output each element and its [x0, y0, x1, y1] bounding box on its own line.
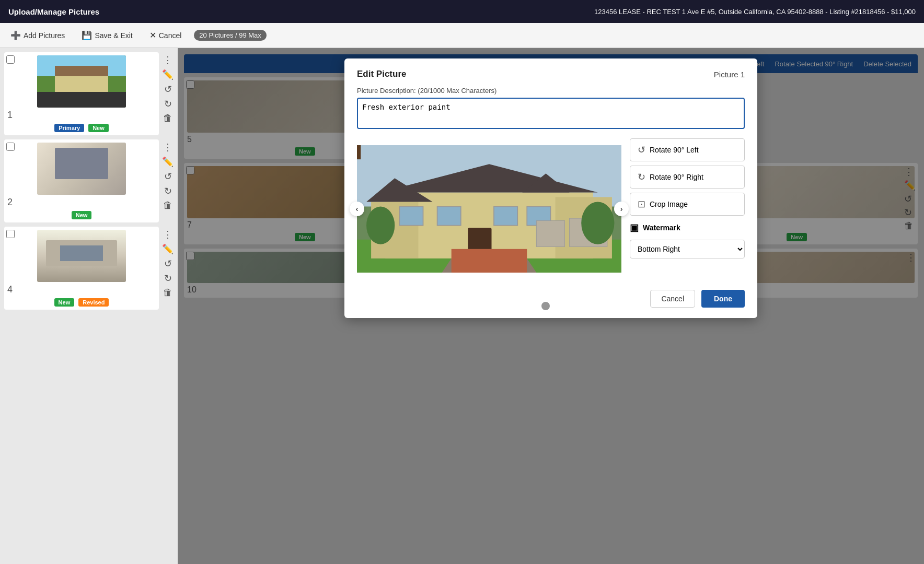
rotate-left-button[interactable]: ↺ Rotate 90° Left	[630, 138, 745, 161]
modal-picture-num: Picture 1	[714, 70, 745, 79]
add-pictures-button[interactable]: ➕ Add Pictures	[6, 28, 69, 42]
grid-row-1: 1 Primary New ⋮ ✏️ ↺ ↻ 🗑	[4, 52, 174, 135]
description-input[interactable]: Fresh exterior paint	[357, 98, 745, 129]
item-num-4: 4	[7, 284, 13, 295]
save-icon: 💾	[82, 30, 92, 40]
rotate-left-icon-4[interactable]: ↺	[164, 258, 172, 269]
watermark-position-select[interactable]: Bottom Right Bottom Left Top Right Top L…	[630, 240, 745, 258]
left-picture-grid: 1 Primary New ⋮ ✏️ ↺ ↻ 🗑	[0, 48, 178, 564]
add-icon: ➕	[10, 30, 21, 40]
svg-rect-17	[452, 249, 527, 273]
modal-done-button[interactable]: Done	[701, 290, 745, 308]
rotate-right-btn-icon: ↻	[638, 171, 645, 183]
page-title: Upload/Manage Pictures	[8, 7, 99, 16]
cancel-icon: ✕	[149, 30, 156, 40]
modal-image-container	[357, 138, 621, 279]
edit-icon-4[interactable]: ✏️	[162, 243, 174, 255]
trash-icon-1[interactable]: 🗑	[163, 113, 172, 124]
dots-icon-4[interactable]: ⋮	[163, 229, 172, 240]
svg-rect-19	[357, 145, 361, 159]
picture-count-badge: 20 Pictures / 99 Max	[194, 30, 267, 41]
watermark-icon: ▣	[630, 222, 639, 233]
item-2-icons: ⋮ ✏️ ↺ ↻ 🗑	[162, 139, 174, 222]
rotate-right-icon-4[interactable]: ↻	[164, 273, 172, 284]
modal-body: ‹	[357, 138, 745, 279]
svg-point-18	[366, 206, 395, 244]
checkbox-1[interactable]	[6, 55, 15, 64]
svg-rect-11	[437, 206, 461, 225]
next-image-button[interactable]: ›	[614, 202, 629, 216]
house-image	[357, 138, 621, 279]
rotate-right-icon-2[interactable]: ↻	[164, 185, 172, 197]
modal-footer: Cancel Done	[357, 290, 745, 308]
modal-backdrop: Edit Picture Picture 1 Picture Descripti…	[178, 48, 924, 564]
crop-icon: ⊡	[638, 198, 645, 210]
modal-header: Edit Picture Picture 1	[357, 69, 745, 79]
desc-label: Picture Description: (20/1000 Max Charac…	[357, 87, 745, 95]
new-badge-1: New	[88, 124, 109, 132]
rotate-right-icon-1[interactable]: ↻	[164, 98, 172, 110]
crop-image-button[interactable]: ⊡ Crop Image	[630, 193, 745, 216]
item-num-1: 1	[7, 110, 13, 121]
primary-badge: Primary	[54, 124, 84, 132]
action-bar: ➕ Add Pictures 💾 Save & Exit ✕ Cancel 20…	[0, 23, 924, 48]
item-4-icons: ⋮ ✏️ ↺ ↻ 🗑	[162, 227, 174, 310]
rotate-right-button[interactable]: ↻ Rotate 90° Right	[630, 166, 745, 189]
grid-row-4: 4 New Revised ⋮ ✏️ ↺ ↻ 🗑	[4, 227, 174, 310]
main-area: 1 Primary New ⋮ ✏️ ↺ ↻ 🗑	[0, 48, 924, 564]
svg-point-20	[581, 202, 614, 244]
new-badge-2: New	[72, 211, 92, 219]
svg-rect-12	[494, 206, 517, 225]
modal-cancel-button[interactable]: Cancel	[650, 290, 695, 308]
trash-icon-2[interactable]: 🗑	[163, 200, 172, 211]
edit-picture-modal: Edit Picture Picture 1 Picture Descripti…	[344, 58, 757, 318]
revised-badge-4: Revised	[78, 298, 109, 307]
trash-icon-4[interactable]: 🗑	[163, 287, 172, 298]
dots-icon-2[interactable]: ⋮	[163, 142, 172, 153]
rotate-left-icon-2[interactable]: ↺	[164, 171, 172, 182]
modal-title: Edit Picture	[357, 69, 406, 79]
edit-icon-2[interactable]: ✏️	[162, 156, 174, 168]
grid-row-2: 2 New ⋮ ✏️ ↺ ↻ 🗑	[4, 139, 174, 222]
new-badge-4: New	[54, 298, 75, 307]
dots-icon-1[interactable]: ⋮	[163, 54, 172, 66]
rotate-left-btn-icon: ↺	[638, 144, 645, 156]
prev-image-button[interactable]: ‹	[350, 202, 364, 216]
item-1-icons: ⋮ ✏️ ↺ ↻ 🗑	[162, 52, 174, 135]
item-num-2: 2	[7, 197, 13, 208]
modal-actions: ↺ Rotate 90° Left ↻ Rotate 90° Right ⊡ C…	[630, 138, 745, 279]
watermark-label: ▣ Watermark	[630, 222, 745, 233]
svg-rect-15	[536, 221, 564, 247]
save-exit-button[interactable]: 💾 Save & Exit	[77, 28, 136, 42]
top-bar: Upload/Manage Pictures 123456 LEASE - RE…	[0, 0, 924, 23]
listing-info: 123456 LEASE - REC TEST 1 Ave E #5, Outs…	[594, 8, 916, 16]
rotate-left-icon-1[interactable]: ↺	[164, 84, 172, 95]
modal-image-area: ‹	[357, 138, 621, 279]
edit-icon-1[interactable]: ✏️	[162, 69, 174, 80]
svg-rect-10	[399, 206, 423, 225]
checkbox-4[interactable]	[6, 230, 15, 238]
checkbox-2[interactable]	[6, 143, 15, 151]
right-panel: Rotate All 90° Left Rotate Selected 90° …	[178, 48, 924, 564]
cancel-top-button[interactable]: ✕ Cancel	[145, 28, 186, 42]
